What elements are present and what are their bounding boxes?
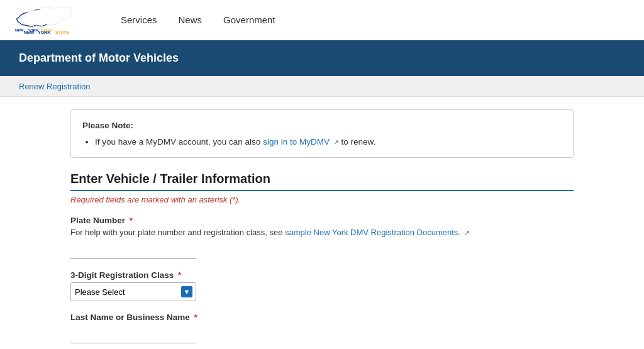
nav-item-services[interactable]: Services [119,0,158,40]
logo-area: NEW YORK STATE NEW YORK STATE [13,4,101,36]
note-text-before-link: If you have a MyDMV account, you can als… [95,137,263,147]
registration-class-label: 3-Digit Registration Class * [70,270,574,280]
ny-logo-svg: NEW YORK STATE [19,4,72,36]
sample-docs-ext-icon: ↗ [464,229,470,237]
registration-class-select[interactable]: Please Select PAS COM MOT TRL OTH [70,282,196,301]
main-nav: Services News Government [119,0,277,40]
logo-text: NEW YORK STATE [19,4,72,36]
plate-number-hint: For help with your plate number and regi… [70,228,574,237]
svg-text:STATE: STATE [55,30,69,35]
nav-item-news[interactable]: News [177,0,204,40]
breadcrumb-bar: Renew Registration [0,76,644,97]
plate-number-label: Plate Number * [70,216,574,225]
registration-class-group: 3-Digit Registration Class * Please Sele… [70,270,574,301]
last-name-input[interactable] [70,324,196,343]
last-name-required-star: * [192,313,197,322]
last-name-label: Last Name or Business Name * [70,313,574,322]
main-content: Please Note: If you have a MyDMV account… [52,97,592,349]
mydmv-signin-link[interactable]: sign in to MyDMV ↗ [263,137,339,147]
site-header: NEW YORK STATE NEW YORK STATE Services N… [0,0,644,40]
required-note: Required fields are marked with an aster… [70,195,574,204]
note-text-after-link: to renew. [339,137,376,147]
sample-docs-link[interactable]: sample New York DMV Registration Documen… [285,228,470,237]
note-box: Please Note: If you have a MyDMV account… [70,109,574,158]
registration-class-select-wrapper: Please Select PAS COM MOT TRL OTH ▼ [70,282,196,301]
nav-item-government[interactable]: Government [222,0,277,40]
form-section-title: Enter Vehicle / Trailer Information [70,172,574,191]
svg-text:YORK: YORK [38,30,50,35]
registration-class-required-star: * [175,270,181,280]
plate-number-group: Plate Number * For help with your plate … [70,216,574,259]
note-bold: Please Note: [82,121,133,130]
svg-text:NEW: NEW [24,30,35,35]
breadcrumb-renew-registration[interactable]: Renew Registration [19,82,90,91]
last-name-group: Last Name or Business Name * [70,313,574,343]
plate-number-required-star: * [127,216,133,225]
external-link-icon: ↗ [333,137,339,148]
dmv-banner: Department of Motor Vehicles [0,40,644,76]
dmv-banner-title: Department of Motor Vehicles [19,52,179,64]
plate-number-input[interactable] [70,240,196,259]
